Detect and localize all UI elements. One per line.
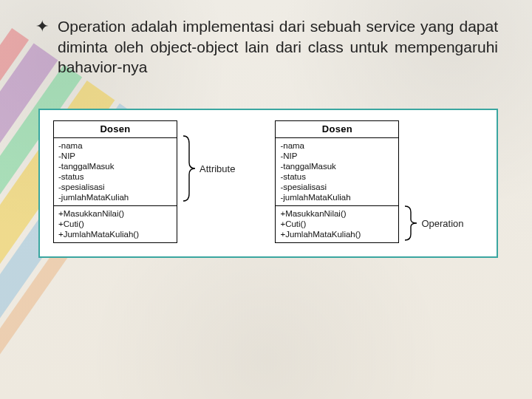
uml-operation-row: +JumlahMataKuliah() (58, 229, 172, 239)
uml-attribute-section: -nama -NIP -tanggalMasuk -status -spesia… (276, 138, 398, 206)
uml-attribute-row: -NIP (280, 151, 394, 161)
uml-attribute-row: -tanggalMasuk (58, 161, 172, 171)
uml-attribute-row: -tanggalMasuk (280, 161, 394, 171)
uml-operation-section: +MasukkanNilai() +Cuti() +JumlahMataKuli… (54, 206, 177, 242)
bullet-item: ✦ Operation adalah implementasi dari seb… (35, 16, 498, 78)
uml-operation-row: +Cuti() (280, 219, 394, 229)
slide-content: ✦ Operation adalah implementasi dari seb… (0, 0, 532, 273)
uml-operation-row: +MasukkanNilai() (280, 208, 394, 219)
uml-left-group: Dosen -nama -NIP -tanggalMasuk -status -… (53, 120, 235, 243)
brace-icon (403, 205, 418, 242)
uml-class-box-right: Dosen -nama -NIP -tanggalMasuk -status -… (275, 120, 399, 243)
uml-class-name: Dosen (54, 121, 177, 138)
uml-attribute-row: -nama (280, 140, 394, 151)
uml-attribute-section: -nama -NIP -tanggalMasuk -status -spesia… (54, 138, 177, 206)
uml-operation-row: +Cuti() (58, 219, 172, 229)
brace-icon (182, 134, 197, 202)
uml-attribute-row: -jumlahMataKuliah (58, 192, 172, 202)
attribute-label: Attribute (200, 163, 235, 174)
uml-operation-row: +JumlahMataKuliah() (280, 229, 394, 239)
uml-operation-row: +MasukkanNilai() (58, 208, 172, 219)
uml-attribute-row: -NIP (58, 151, 172, 161)
bullet-text: Operation adalah implementasi dari sebua… (58, 16, 498, 78)
uml-diagram-container: Dosen -nama -NIP -tanggalMasuk -status -… (38, 109, 498, 258)
uml-attribute-row: -status (280, 171, 394, 182)
uml-attribute-row: -spesialisasi (280, 182, 394, 192)
uml-attribute-row: -status (58, 171, 172, 182)
uml-operation-section: +MasukkanNilai() +Cuti() +JumlahMataKuli… (276, 206, 398, 242)
operation-label: Operation (421, 218, 463, 229)
operation-brace: Operation (403, 205, 463, 242)
bullet-icon: ✦ (35, 16, 49, 35)
uml-class-box-left: Dosen -nama -NIP -tanggalMasuk -status -… (53, 120, 177, 243)
uml-right-group: Dosen -nama -NIP -tanggalMasuk -status -… (275, 120, 463, 243)
uml-class-name: Dosen (276, 121, 398, 138)
uml-attribute-row: -spesialisasi (58, 182, 172, 192)
uml-attribute-row: -nama (58, 140, 172, 151)
attribute-brace: Attribute (182, 134, 235, 202)
uml-attribute-row: -jumlahMataKuliah (280, 192, 394, 202)
